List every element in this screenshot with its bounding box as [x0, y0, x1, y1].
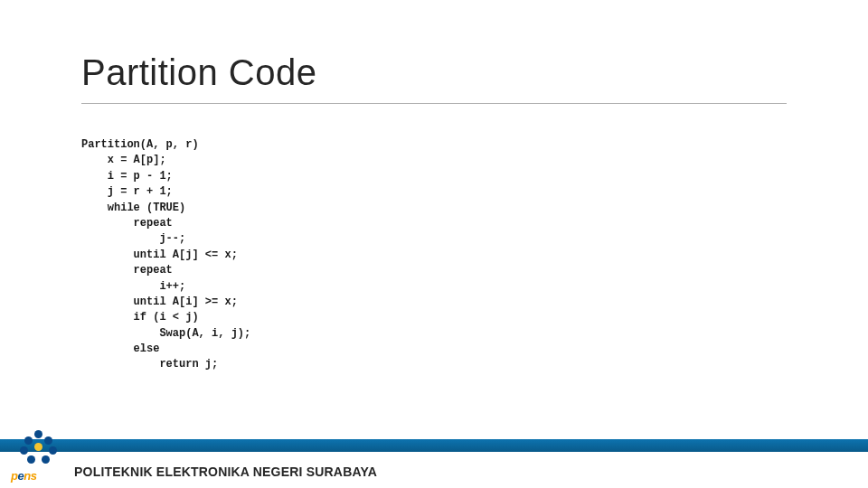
footer-institution: POLITEKNIK ELEKTRONIKA NEGERI SURABAYA: [74, 465, 377, 479]
pens-logo: pens: [11, 430, 67, 483]
code-block: Partition(A, p, r) x = A[p]; i = p - 1; …: [81, 137, 250, 373]
logo-wordmark: pens: [11, 469, 36, 483]
logo-dots-icon: [20, 430, 58, 466]
footer-accent-bar: [0, 439, 868, 452]
title-underline: [81, 103, 787, 104]
slide-title: Partition Code: [81, 52, 316, 93]
